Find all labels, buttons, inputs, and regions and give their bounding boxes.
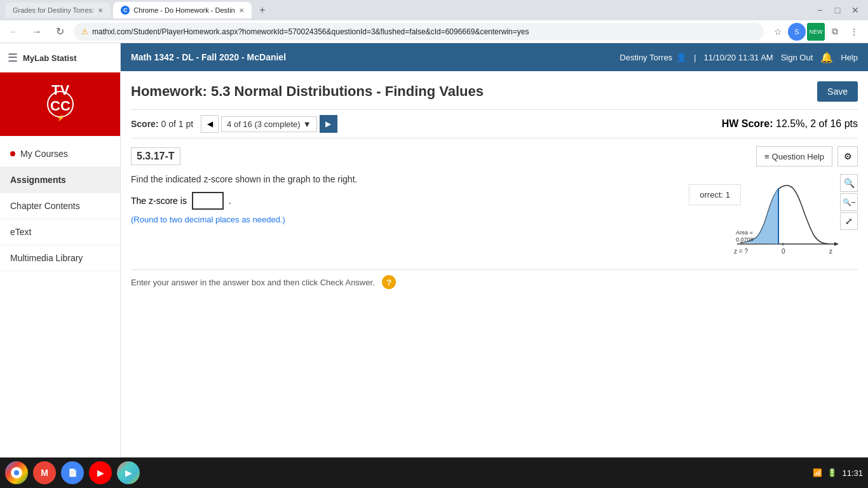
graph-area: 🔍 🔍− ⤢ [731, 174, 858, 259]
progress-dropdown-icon: ▼ [303, 119, 311, 129]
svg-point-17 [14, 470, 19, 475]
expand-button[interactable]: ⤢ [840, 212, 858, 230]
profile-icon[interactable]: S [788, 23, 806, 41]
prev-question-button[interactable]: ◀ [201, 115, 219, 133]
security-icon: ⚠ [81, 27, 88, 36]
taskbar-chrome-icon[interactable] [5, 461, 28, 484]
extensions-icon[interactable]: ⧉ [826, 23, 844, 41]
question-instruction: Find the indicated z-score shown in the … [131, 174, 721, 184]
header-sign-out[interactable]: Sign Out [781, 53, 813, 62]
z-score-input[interactable] [192, 192, 224, 210]
question-help-label: Question Help [772, 152, 824, 161]
hamburger-icon[interactable]: ☰ [8, 51, 18, 65]
taskbar-gmail-icon[interactable]: M [33, 461, 56, 484]
mathxl-header: Math 1342 - DL - Fall 2020 - McDaniel De… [121, 43, 868, 71]
taskbar-youtube-icon[interactable]: ▶ [89, 461, 112, 484]
tab-active[interactable]: C Chrome - Do Homework - Destiny Torres … [113, 2, 252, 18]
bookmark-icon[interactable]: ☆ [769, 23, 787, 41]
sidebar-item-assignments[interactable]: Assignments [0, 167, 120, 193]
refresh-button[interactable]: ↻ [51, 23, 69, 41]
tab-inactive-close[interactable]: ✕ [98, 7, 103, 14]
hw-title: Homework: 5.3 Normal Distributions - Fin… [131, 83, 484, 100]
correct-indicator: orrect: 1 [689, 184, 741, 205]
user-info: Destiny Torres 👤 [620, 53, 686, 62]
svg-text:TV: TV [51, 82, 69, 98]
notification-icon[interactable]: 🔔 [820, 51, 833, 64]
taskbar: M 📄 ▶ ▶ 📶 🔋 11:31 [0, 458, 868, 488]
mylab-title: MyLab Statist [23, 53, 77, 63]
next-question-button[interactable]: ▶ [320, 115, 337, 133]
sidebar-item-my-courses[interactable]: My Courses [0, 141, 120, 167]
zoom-out-button[interactable]: 🔍− [840, 193, 858, 211]
sidebar-header: ☰ MyLab Statist [0, 43, 120, 72]
sidebar-item-etext[interactable]: eText [0, 219, 120, 245]
user-profile-icon: 👤 [676, 53, 686, 62]
toolbar-icons: ☆ S NEW ⧉ ⋮ [769, 23, 863, 41]
svg-text:z: z [829, 248, 832, 255]
youtube-play: ▶ [97, 468, 104, 478]
sidebar-item-chapter-contents[interactable]: Chapter Contents [0, 193, 120, 219]
sidebar-item-label-multimedia: Multimedia Library [10, 253, 83, 263]
hw-score-value: 12.5%, 2 of 16 pts [776, 118, 858, 129]
save-button[interactable]: Save [817, 81, 858, 102]
docs-letter: 📄 [68, 468, 78, 477]
question-header: 5.3.17-T ≡ Question Help ⚙ [131, 146, 858, 166]
question-help-button[interactable]: ≡ Question Help [756, 146, 832, 166]
question-content: Find the indicated z-score shown in the … [131, 174, 858, 259]
question-id: 5.3.17-T [131, 147, 180, 165]
hw-score-display: HW Score: 12.5%, 2 of 16 pts [722, 118, 858, 130]
help-circle-icon[interactable]: ? [382, 275, 396, 289]
forward-button[interactable]: → [28, 23, 46, 41]
taskbar-time: 11:31 [842, 468, 863, 478]
extension-new-icon[interactable]: NEW [807, 23, 825, 41]
svg-text:z = ?: z = ? [734, 248, 748, 255]
taskbar-right: 📶 🔋 11:31 [813, 468, 863, 478]
tab-inactive[interactable]: Grades for Destiny Torres: ✕ [5, 3, 111, 18]
header-help[interactable]: Help [841, 53, 858, 62]
play-letter: ▶ [125, 468, 132, 478]
score-left: Score: 0 of 1 pt ◀ 4 of 16 (3 complete) … [131, 115, 337, 133]
settings-button[interactable]: ⚙ [837, 146, 858, 166]
svg-text:CC: CC [50, 98, 71, 114]
wifi-icon: 📶 [813, 468, 822, 477]
header-right: Destiny Torres 👤 | 11/10/20 11:31 AM Sig… [620, 51, 858, 64]
normal-distribution-graph: z = ? 0 z Area = 0.0708 [731, 174, 839, 257]
zoom-in-button[interactable]: 🔍 [840, 174, 858, 192]
menu-icon[interactable]: ⋮ [845, 23, 863, 41]
progress-dropdown[interactable]: 4 of 16 (3 complete) ▼ [221, 116, 317, 132]
taskbar-docs-icon[interactable]: 📄 [61, 461, 84, 484]
college-logo: TV CC ⚡ [0, 72, 120, 136]
my-courses-dot [10, 151, 15, 156]
bottom-instruction: Enter your answer in the answer box and … [131, 269, 858, 294]
nav-arrows: ◀ 4 of 16 (3 complete) ▼ ▶ [201, 115, 337, 133]
chrome-icon [10, 466, 23, 479]
url-text: mathxl.com/Student/PlayerHomework.aspx?h… [92, 27, 529, 36]
answer-prefix: The z-score is [131, 196, 187, 206]
hw-title-row: Homework: 5.3 Normal Distributions - Fin… [131, 81, 858, 102]
url-bar[interactable]: ⚠ mathxl.com/Student/PlayerHomework.aspx… [74, 23, 764, 41]
new-tab-button[interactable]: + [254, 3, 270, 17]
sidebar-item-label-assignments: Assignments [10, 175, 66, 185]
svg-text:0: 0 [782, 248, 785, 255]
minimize-button[interactable]: − [812, 3, 827, 18]
sidebar-item-multimedia[interactable]: Multimedia Library [0, 245, 120, 271]
hw-area: Homework: 5.3 Normal Distributions - Fin… [121, 71, 868, 457]
sidebar: ☰ MyLab Statist TV CC ⚡ My Courses A [0, 43, 121, 488]
svg-text:Area =: Area = [736, 229, 753, 236]
sidebar-item-label-etext: eText [10, 227, 31, 237]
close-button[interactable]: ✕ [848, 3, 863, 18]
list-icon: ≡ [764, 152, 770, 161]
answer-period: . [229, 196, 231, 206]
svg-text:0.0708: 0.0708 [736, 236, 754, 243]
score-label-text: Score: [131, 119, 159, 129]
maximize-button[interactable]: □ [830, 3, 845, 18]
svg-marker-7 [834, 242, 839, 246]
sidebar-item-label-my-courses: My Courses [20, 149, 68, 159]
back-button[interactable]: ← [5, 23, 23, 41]
tab-active-close[interactable]: ✕ [239, 7, 244, 14]
username: Destiny Torres [620, 53, 672, 62]
taskbar-play-icon[interactable]: ▶ [117, 461, 140, 484]
sidebar-nav: My Courses Assignments Chapter Contents … [0, 141, 120, 271]
battery-icon: 🔋 [827, 468, 837, 477]
course-title: Math 1342 - DL - Fall 2020 - McDaniel [131, 52, 286, 62]
